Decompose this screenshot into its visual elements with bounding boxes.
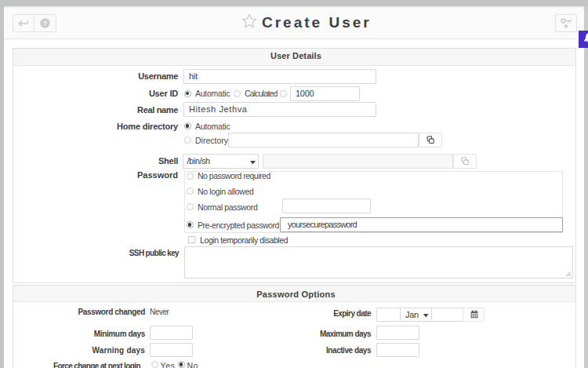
- svg-text:?: ?: [43, 19, 48, 27]
